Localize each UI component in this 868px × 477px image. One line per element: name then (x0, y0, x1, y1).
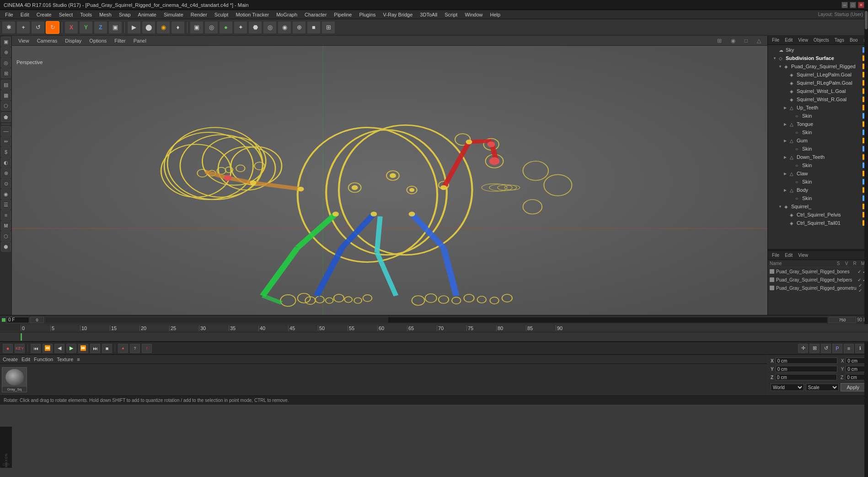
menu-select[interactable]: Select (56, 11, 76, 18)
materials-button[interactable]: ◉ (278, 21, 291, 34)
tool-polygon-mode[interactable]: ⊞ (1, 68, 11, 78)
texture-button[interactable]: ⊕ (292, 21, 306, 34)
attr-tab-view[interactable]: View (796, 252, 810, 258)
tree-item-gum-skin[interactable]: ○ Skin (768, 145, 868, 153)
menu-edit[interactable]: Edit (17, 11, 32, 18)
timeline-scrubber[interactable] (45, 317, 828, 323)
mat-tab-texture[interactable]: Texture (57, 357, 73, 362)
render-button[interactable]: ◉ (156, 21, 170, 34)
material-item-bones[interactable]: Puad_Gray_Squirrel_Rigged_bones ✓ ✓ (768, 267, 868, 276)
maximize-button[interactable]: □ (850, 2, 856, 8)
world-space-button[interactable]: ▣ (108, 21, 122, 34)
tree-item-down-teeth[interactable]: ▶ △ Down_Teeth (768, 153, 868, 161)
rotate-tool-transport[interactable]: ↺ (821, 344, 831, 353)
render-settings-button[interactable]: ♦ (171, 21, 185, 34)
move-tool-transport[interactable]: ✛ (798, 344, 808, 353)
tree-item-lleg-goal[interactable]: ◈ Squirrel_LLegPalm.Goal (768, 70, 868, 79)
right-scrollbar[interactable] (864, 10, 868, 477)
next-frame-button[interactable]: ⏩ (78, 344, 88, 353)
tree-item-down-teeth-skin[interactable]: ○ Skin (768, 161, 868, 169)
scene-tab-tags[interactable]: Tags (832, 37, 847, 43)
viewport-icon-box[interactable]: □ (741, 37, 751, 45)
viewport-tab-panel[interactable]: Panel (130, 37, 150, 44)
tool-dollar[interactable]: $ (1, 147, 11, 157)
tree-item-gum[interactable]: ▶ △ Gum (768, 136, 868, 145)
render-preview-button[interactable]: ▶ (127, 21, 141, 34)
material-item-helpers[interactable]: Puad_Gray_Squirrel_Rigged_helpers ✓ ✓ (768, 276, 868, 284)
tool-pen[interactable]: — (1, 126, 11, 136)
tree-item-wrist-r-goal[interactable]: ◈ Squirrel_Wrist_R.Goal (768, 95, 868, 103)
tool-texture-mode[interactable]: ▦ (1, 90, 11, 100)
go-end-button[interactable]: ⏭ (90, 344, 100, 353)
tree-item-wrist-l-goal[interactable]: ◈ Squirrel_Wrist_L.Goal (768, 87, 868, 95)
minimize-button[interactable]: ─ (841, 2, 848, 8)
tree-item-rleg-goal[interactable]: ◈ Squirrel_RLegPalm.Goal (768, 79, 868, 87)
scrollbar-thumb[interactable] (865, 11, 868, 29)
tree-item-tongue[interactable]: ▶ △ Tongue (768, 120, 868, 128)
viewport-tab-cameras[interactable]: Cameras (33, 37, 61, 44)
menu-tools[interactable]: Tools (77, 11, 95, 18)
scale-tool-transport[interactable]: ⊞ (809, 344, 820, 353)
viewport-icon-grid[interactable]: ⊞ (713, 37, 725, 45)
spline-button[interactable]: ◎ (204, 21, 218, 34)
menu-motion-tracker[interactable]: Motion Tracker (232, 11, 272, 18)
tree-item-tail[interactable]: ◈ Ctrl_Squirrel_Tail01 (768, 219, 868, 227)
tool-m[interactable]: M (1, 221, 11, 231)
go-start-button[interactable]: ⏮ (31, 344, 41, 353)
menu-sculpt[interactable]: Sculpt (211, 11, 232, 18)
camera-button[interactable]: ⬣ (248, 21, 262, 34)
scene-tab-file[interactable]: File (770, 37, 782, 43)
move-tool-button[interactable]: + (16, 21, 30, 34)
tree-item-body-skin[interactable]: ○ Skin (768, 194, 868, 202)
stop-button[interactable]: ■ (102, 344, 112, 353)
viewport[interactable]: View Cameras Display Options Filter Pane… (12, 36, 767, 315)
tree-item-up-teeth-skin[interactable]: ○ Skin (768, 112, 868, 120)
tool-lines[interactable]: ☰ (1, 200, 11, 210)
tool-anim-mode[interactable]: ⬟ (1, 112, 11, 122)
material-thumbnail-gray-squirrel[interactable]: Gray_Sq (2, 367, 27, 392)
menu-character[interactable]: Character (301, 11, 330, 18)
tree-item-squirrel-root[interactable]: ▼ ◈ Puad_Gray_Squirrel_Rigged (768, 62, 868, 70)
deformer-button[interactable]: ✦ (234, 21, 247, 34)
x-axis-button[interactable]: X (64, 21, 78, 34)
display-button[interactable]: ■ (307, 21, 321, 34)
prev-frame-button[interactable]: ⏪ (43, 344, 53, 353)
scene-tab-edit[interactable]: Edit (782, 37, 795, 43)
frame-range-input[interactable]: 0 (30, 317, 44, 323)
scene-tab-boo[interactable]: Boo (847, 37, 860, 43)
menu-mesh[interactable]: Mesh (96, 11, 115, 18)
playback-mode-2[interactable]: ? (130, 344, 140, 353)
tree-item-claw[interactable]: ▶ △ Claw (768, 169, 868, 178)
info-button[interactable]: ℹ (855, 344, 865, 353)
viewport-canvas[interactable]: Perspective Grid Spacing: 10000 cm (12, 46, 767, 315)
live-selection-button[interactable]: ✱ (2, 21, 16, 34)
param-button[interactable]: P (832, 344, 842, 353)
floor-button[interactable]: ⊞ (321, 21, 335, 34)
tree-item-body[interactable]: ▶ △ Body (768, 186, 868, 194)
coord-x-position[interactable] (776, 358, 837, 364)
viewport-icon-tri[interactable]: △ (753, 37, 765, 45)
timeline-start-marker[interactable] (2, 318, 5, 322)
menu-animate[interactable]: Animate (135, 11, 160, 18)
z-axis-button[interactable]: Z (94, 21, 107, 34)
scale-tool-button[interactable]: ↺ (31, 21, 45, 34)
menu-render[interactable]: Render (188, 11, 210, 18)
coord-world-select[interactable]: World Object (771, 384, 804, 391)
tree-item-up-teeth[interactable]: ▶ △ Up_Teeth (768, 103, 868, 112)
menu-snap[interactable]: Snap (116, 11, 134, 18)
y-axis-button[interactable]: Y (79, 21, 93, 34)
current-frame-input[interactable] (6, 317, 29, 323)
apply-button[interactable]: Apply (841, 383, 865, 391)
menu-help[interactable]: Help (487, 11, 504, 18)
menu-file[interactable]: File (2, 11, 16, 18)
tool-half-circle[interactable]: ◐ (1, 157, 11, 168)
tool-object-mode[interactable]: ▣ (1, 37, 11, 47)
tool-points-mode[interactable]: ⊕ (1, 47, 11, 57)
light-button[interactable]: ◎ (263, 21, 277, 34)
record-button[interactable]: ● (3, 344, 13, 353)
tool-brush[interactable]: ✏ (1, 136, 11, 146)
tree-item-claw-skin[interactable]: ○ Skin (768, 178, 868, 186)
tool-menu[interactable]: ≡ (1, 210, 11, 220)
viewport-tab-options[interactable]: Options (86, 37, 110, 44)
coord-scale-select[interactable]: Scale Size (806, 384, 839, 391)
